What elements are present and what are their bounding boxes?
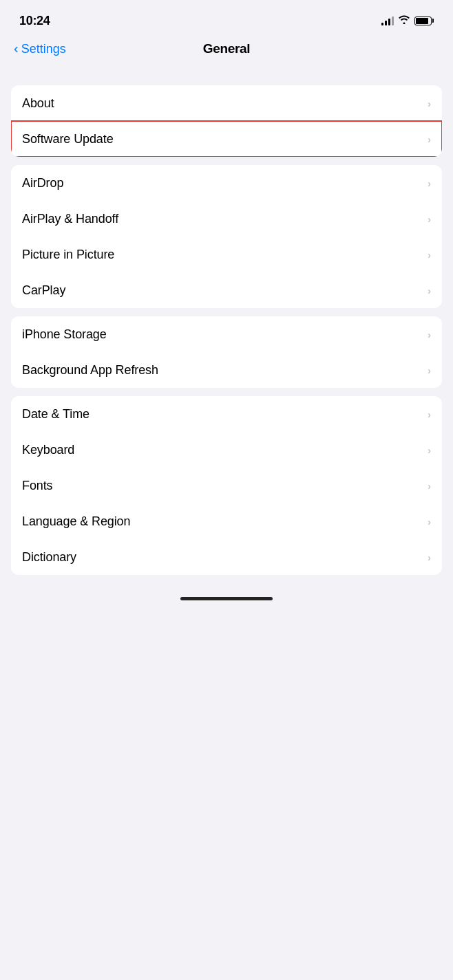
settings-item-about[interactable]: About › <box>11 85 442 121</box>
settings-item-airdrop-label: AirDrop <box>22 176 63 190</box>
back-button[interactable]: ‹ Settings <box>14 41 66 56</box>
settings-item-keyboard[interactable]: Keyboard › <box>11 432 442 468</box>
chevron-right-icon: › <box>428 133 431 145</box>
settings-item-picture-in-picture[interactable]: Picture in Picture › <box>11 237 442 272</box>
settings-group-3: iPhone Storage › Background App Refresh … <box>11 316 442 388</box>
settings-item-background-app-refresh-label: Background App Refresh <box>22 363 158 378</box>
settings-item-dictionary[interactable]: Dictionary › <box>11 539 442 575</box>
settings-item-airplay-handoff[interactable]: AirPlay & Handoff › <box>11 201 442 237</box>
status-time: 10:24 <box>19 14 50 28</box>
settings-item-carplay-label: CarPlay <box>22 283 65 298</box>
settings-group-1: About › Software Update › <box>11 85 442 157</box>
chevron-right-icon: › <box>428 552 431 563</box>
settings-item-date-time[interactable]: Date & Time › <box>11 396 442 432</box>
settings-item-iphone-storage-label: iPhone Storage <box>22 327 107 342</box>
signal-bar-4 <box>392 17 394 25</box>
signal-bar-3 <box>388 19 390 25</box>
settings-item-software-update-label: Software Update <box>22 132 114 146</box>
chevron-right-icon: › <box>428 444 431 456</box>
chevron-right-icon: › <box>428 213 431 225</box>
chevron-right-icon: › <box>428 249 431 261</box>
chevron-right-icon: › <box>428 329 431 340</box>
chevron-right-icon: › <box>428 480 431 492</box>
signal-bar-2 <box>385 21 387 25</box>
settings-item-background-app-refresh[interactable]: Background App Refresh › <box>11 352 442 388</box>
status-bar: 10:24 <box>0 0 453 36</box>
page-title: General <box>203 41 251 56</box>
signal-bar-1 <box>381 23 383 25</box>
home-bar <box>180 597 273 600</box>
status-icons <box>381 14 434 27</box>
wifi-icon <box>398 14 410 27</box>
settings-item-fonts[interactable]: Fonts › <box>11 468 442 503</box>
chevron-right-icon: › <box>428 516 431 527</box>
back-label: Settings <box>21 42 66 56</box>
settings-item-iphone-storage[interactable]: iPhone Storage › <box>11 316 442 352</box>
settings-group-2: AirDrop › AirPlay & Handoff › Picture in… <box>11 165 442 308</box>
settings-item-language-region-label: Language & Region <box>22 514 130 529</box>
settings-item-about-label: About <box>22 96 54 111</box>
home-indicator <box>0 589 453 606</box>
battery-icon <box>414 17 434 25</box>
back-chevron-icon: ‹ <box>14 41 19 56</box>
chevron-right-icon: › <box>428 98 431 109</box>
settings-item-picture-in-picture-label: Picture in Picture <box>22 248 114 262</box>
chevron-right-icon: › <box>428 409 431 420</box>
settings-item-language-region[interactable]: Language & Region › <box>11 503 442 539</box>
settings-item-airdrop[interactable]: AirDrop › <box>11 165 442 201</box>
settings-item-fonts-label: Fonts <box>22 479 53 493</box>
chevron-right-icon: › <box>428 285 431 296</box>
settings-item-carplay[interactable]: CarPlay › <box>11 272 442 308</box>
nav-bar: ‹ Settings General <box>0 36 453 65</box>
settings-item-dictionary-label: Dictionary <box>22 550 76 565</box>
settings-item-keyboard-label: Keyboard <box>22 443 74 457</box>
settings-item-airplay-handoff-label: AirPlay & Handoff <box>22 212 118 226</box>
settings-item-software-update[interactable]: Software Update › <box>11 121 442 157</box>
chevron-right-icon: › <box>428 364 431 376</box>
signal-bars-icon <box>381 16 394 25</box>
settings-item-date-time-label: Date & Time <box>22 407 89 422</box>
settings-group-4: Date & Time › Keyboard › Fonts › Languag… <box>11 396 442 575</box>
chevron-right-icon: › <box>428 177 431 189</box>
